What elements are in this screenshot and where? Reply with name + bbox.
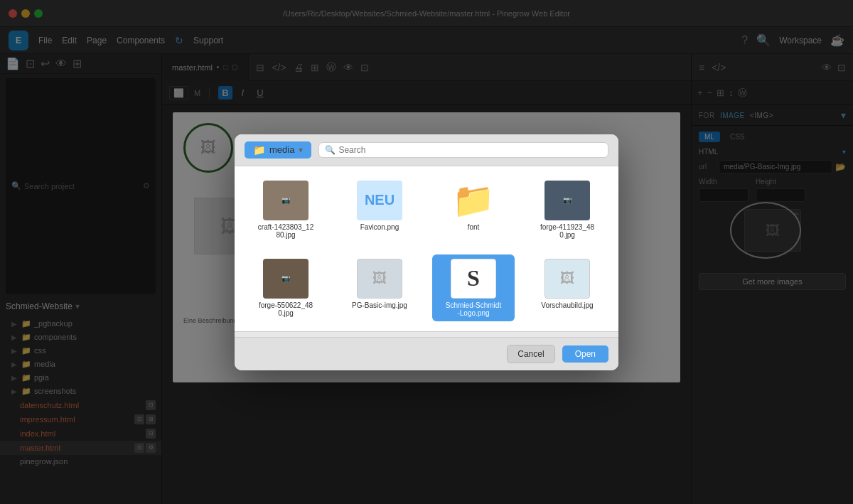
dialog-footer: Cancel Open xyxy=(235,337,618,370)
dialog-toolbar: 📁 media ▾ 🔍 xyxy=(235,134,618,166)
file-thumb-vorschau: 🖼 xyxy=(544,259,590,299)
dialog-search-icon: 🔍 xyxy=(325,145,336,155)
file-name-forge1: forge-411923_480.jpg xyxy=(539,223,596,239)
folder-big-icon: 📁 xyxy=(452,181,495,220)
file-name-favicon: Favicon.png xyxy=(360,223,399,231)
file-item-pgbasic[interactable]: 🖼 PG-Basic-img.jpg xyxy=(338,254,421,321)
file-thumb-favicon: NEU xyxy=(357,181,402,220)
file-item-craft[interactable]: 📷 craft-1423803_1280.jpg xyxy=(245,176,327,243)
file-thumb-forge1: 📷 xyxy=(544,181,590,220)
dialog-file-grid: 📷 craft-1423803_1280.jpg NEU Favicon.png… xyxy=(235,166,618,331)
file-item-favicon[interactable]: NEU Favicon.png xyxy=(338,176,421,243)
dialog-search-input[interactable] xyxy=(338,145,602,155)
file-thumb-pgbasic: 🖼 xyxy=(357,259,402,299)
open-button[interactable]: Open xyxy=(562,345,608,363)
file-thumb-forge2: 📷 xyxy=(263,259,309,299)
file-name-font: font xyxy=(468,223,480,231)
file-name-forge2: forge-550622_480.jpg xyxy=(257,301,314,317)
file-item-logo[interactable]: S Schmied-Schmidt-Logo.png xyxy=(432,254,515,321)
dialog-folder-name: media xyxy=(269,144,294,155)
folder-breadcrumb-button[interactable]: 📁 media ▾ xyxy=(245,141,311,159)
cancel-button[interactable]: Cancel xyxy=(507,345,554,363)
file-item-forge1[interactable]: 📷 forge-411923_480.jpg xyxy=(526,176,608,243)
file-thumb-font: 📁 xyxy=(451,181,496,220)
dialog-progress-bar xyxy=(235,331,618,337)
folder-dialog-icon: 📁 xyxy=(253,144,265,156)
dialog-folder-dropdown-icon: ▾ xyxy=(299,145,303,155)
file-name-craft: craft-1423803_1280.jpg xyxy=(257,223,314,239)
file-name-logo: Schmied-Schmidt-Logo.png xyxy=(445,301,502,317)
file-name-vorschau: Vorschaubild.jpg xyxy=(541,301,593,309)
file-name-pgbasic: PG-Basic-img.jpg xyxy=(352,301,407,309)
file-item-vorschau[interactable]: 🖼 Vorschaubild.jpg xyxy=(526,254,608,321)
file-item-forge2[interactable]: 📷 forge-550622_480.jpg xyxy=(245,254,327,321)
file-dialog-overlay: 📁 media ▾ 🔍 📷 craft-1423803_1280.jpg xyxy=(0,0,853,504)
file-item-font[interactable]: 📁 font xyxy=(432,176,515,243)
file-thumb-logo: S xyxy=(451,259,496,299)
dialog-search-bar[interactable]: 🔍 xyxy=(318,142,608,158)
file-dialog: 📁 media ▾ 🔍 📷 craft-1423803_1280.jpg xyxy=(235,134,618,370)
file-thumb-craft: 📷 xyxy=(263,181,309,220)
